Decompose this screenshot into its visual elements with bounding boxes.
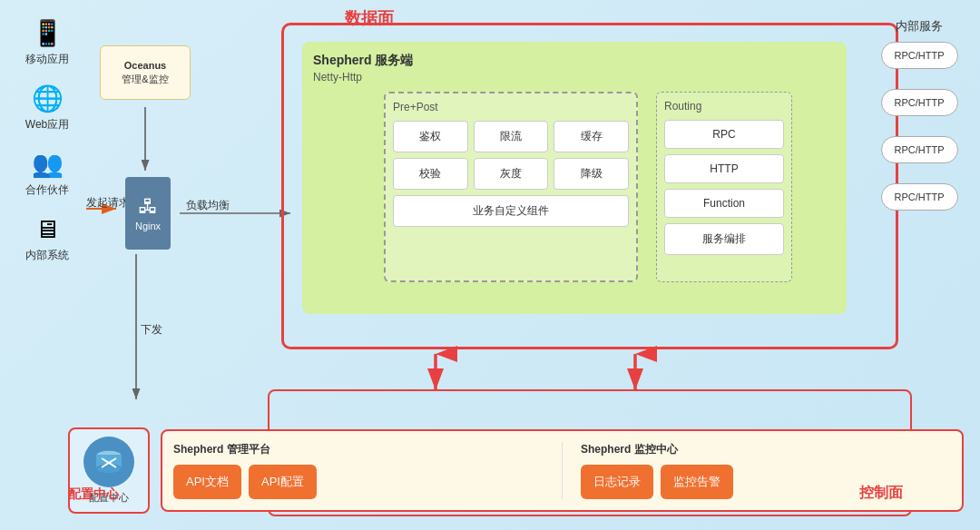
routing-orchestration: 服务编排	[664, 223, 784, 255]
config-center-label: 配置中心	[68, 486, 119, 503]
load-balance-label: 负载均衡	[186, 198, 230, 213]
web-label: Web应用	[25, 117, 69, 132]
internal-system-icon: 🖥	[34, 214, 60, 244]
business-box: 业务自定义组件	[393, 195, 629, 227]
shepherd-mgmt-section: Shepherd 管理平台 API文档 API配置	[173, 442, 544, 499]
internal-services: 内部服务 RPC/HTTP RPC/HTTP RPC/HTTP RPC/HTTP	[869, 18, 969, 231]
cloud-item-1: RPC/HTTP	[869, 42, 969, 69]
oceanus-subtitle: 管理&监控	[122, 73, 168, 86]
mgmt-platform-area: Shepherd 管理平台 API文档 API配置 Shepherd 监控中心 …	[161, 429, 964, 512]
launch-request-label: 发起请求	[86, 195, 130, 211]
shepherd-green-box: Shepherd 服务端 Netty-Http Pre+Post 鉴权 限流 缓…	[302, 42, 847, 314]
routing-rpc: RPC	[664, 120, 784, 149]
filter-validate: 校验	[393, 158, 468, 190]
log-button[interactable]: 日志记录	[581, 465, 653, 499]
shepherd-monitor-title: Shepherd 监控中心	[581, 442, 951, 457]
cloud-rpc-3: RPC/HTTP	[881, 136, 958, 163]
cloud-rpc-2: RPC/HTTP	[881, 89, 958, 116]
client-partner: 👥 合作伙伴	[25, 149, 69, 198]
control-plane-label: 控制面	[859, 484, 903, 503]
api-config-button[interactable]: API配置	[249, 465, 317, 499]
cloud-item-3: RPC/HTTP	[869, 136, 969, 163]
alert-button[interactable]: 监控告警	[661, 465, 733, 499]
filter-ratelimit: 限流	[474, 121, 549, 152]
api-doc-button[interactable]: API文档	[173, 465, 241, 499]
bottom-area: 配置中心 Shepherd 管理平台 API文档 API配置 Shepherd …	[68, 427, 964, 514]
filter-gray: 灰度	[474, 158, 549, 190]
cloud-item-4: RPC/HTTP	[869, 183, 969, 211]
issue-label: 下发	[141, 322, 162, 338]
filter-grid: 鉴权 限流 缓存 校验 灰度 降级	[393, 121, 629, 190]
routing-title: Routing	[664, 100, 784, 113]
filter-degrade: 降级	[554, 158, 629, 190]
routing-http: HTTP	[664, 154, 784, 183]
shepherd-server-subtitle: Netty-Http	[313, 71, 836, 83]
client-web: 🌐 Web应用	[25, 83, 69, 132]
server-icon: 🖧	[138, 195, 158, 219]
routing-items: RPC HTTP Function 服务编排	[664, 120, 784, 255]
web-icon: 🌐	[32, 83, 64, 113]
cloud-item-2: RPC/HTTP	[869, 89, 969, 116]
nginx-box: 🖧 Nginx	[125, 177, 171, 250]
cloud-rpc-4: RPC/HTTP	[881, 183, 958, 211]
platform-divider	[562, 442, 563, 499]
nginx-label: Nginx	[135, 221, 161, 231]
filter-auth: 鉴权	[393, 121, 468, 152]
cloud-rpc-1: RPC/HTTP	[881, 42, 958, 69]
diagram-container: 数据面 📱 移动应用 🌐 Web应用 👥 合作伙伴 🖥 内部系统 发起请求 Oc…	[0, 0, 980, 530]
oceanus-title: Oceanus	[124, 59, 166, 73]
shepherd-server-title: Shepherd 服务端	[313, 53, 836, 69]
filter-cache: 缓存	[554, 121, 629, 152]
pre-post-title: Pre+Post	[393, 101, 629, 113]
clients-column: 📱 移动应用 🌐 Web应用 👥 合作伙伴 🖥 内部系统	[11, 18, 83, 263]
mobile-icon: 📱	[32, 18, 64, 48]
database-icon	[83, 437, 134, 487]
pre-post-box: Pre+Post 鉴权 限流 缓存 校验 灰度 降级 业务自定义组件	[384, 92, 638, 282]
client-mobile: 📱 移动应用	[25, 18, 69, 67]
shepherd-mgmt-title: Shepherd 管理平台	[173, 442, 544, 457]
internal-label: 内部系统	[25, 248, 69, 263]
oceanus-box: Oceanus 管理&监控	[100, 45, 191, 100]
client-internal: 🖥 内部系统	[25, 214, 69, 263]
svg-point-22	[96, 465, 122, 474]
partner-icon: 👥	[32, 149, 64, 179]
shepherd-server-area: NIO Shepherd 服务端 Netty-Http Pre+Post 鉴权 …	[281, 23, 898, 349]
partner-label: 合作伙伴	[25, 182, 69, 198]
mobile-label: 移动应用	[25, 52, 69, 67]
shepherd-mgmt-buttons: API文档 API配置	[173, 465, 544, 499]
internal-services-title: 内部服务	[869, 18, 969, 34]
routing-box: Routing RPC HTTP Function 服务编排	[656, 92, 792, 282]
routing-function: Function	[664, 189, 784, 218]
